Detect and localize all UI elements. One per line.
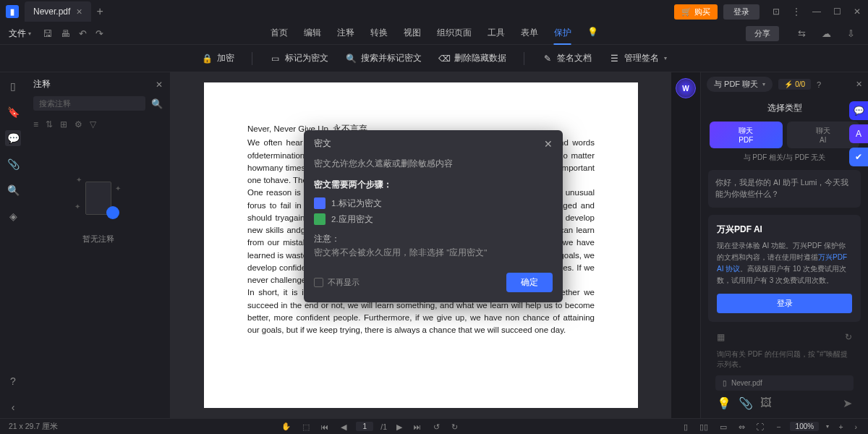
ai-panel-close-icon[interactable]: ✕	[856, 80, 862, 89]
page-number-input[interactable]	[356, 422, 373, 431]
collapse-left-icon[interactable]: ‹	[5, 399, 21, 415]
float-check-icon[interactable]: ✔	[849, 148, 868, 166]
promo-login-button[interactable]: 登录	[717, 294, 852, 313]
undo-icon[interactable]: ↶	[79, 28, 87, 39]
filter-icon[interactable]: ⊞	[60, 119, 67, 129]
cloud-upload-icon[interactable]: ☁	[822, 28, 831, 39]
ai-tab-pdf[interactable]: 聊天PDF	[710, 122, 783, 148]
export-icon[interactable]: ⇩	[847, 28, 855, 39]
collapse-right-icon[interactable]: ›	[853, 422, 860, 431]
ai-refresh-icon[interactable]: ↻	[845, 332, 852, 342]
feedback-icon[interactable]: ⊡	[771, 7, 781, 17]
attachments-icon[interactable]: 📎	[5, 156, 21, 172]
first-page-icon[interactable]: ⏮	[319, 422, 331, 431]
comments-icon[interactable]: 💬	[5, 130, 21, 146]
single-page-icon[interactable]: ▯	[681, 422, 690, 431]
search-icon[interactable]: 🔍	[5, 182, 21, 198]
buy-button[interactable]: 🛒购买	[674, 4, 718, 20]
tab-convert[interactable]: 转换	[370, 22, 388, 45]
select-tool-icon[interactable]: ⬚	[300, 422, 312, 431]
credits-chip[interactable]: ⚡0/0	[778, 79, 811, 90]
ai-hint: 询问有关 PDF 的任何问题，按 "#"唤醒提示列表。	[708, 346, 861, 375]
next-page-icon[interactable]: ▶	[394, 422, 404, 431]
zoom-input[interactable]	[790, 422, 819, 431]
prev-page-icon[interactable]: ◀	[339, 422, 349, 431]
tab-lightbulb-icon[interactable]: 💡	[587, 22, 598, 45]
ai-attach-icon[interactable]: 📎	[739, 396, 753, 410]
ai-avatar-column: W	[671, 72, 700, 418]
zoom-out-icon[interactable]: −	[774, 422, 783, 431]
ai-help-icon[interactable]: ?	[817, 80, 821, 89]
ai-context-file[interactable]: ▯Never.pdf	[715, 375, 854, 391]
sign-doc-button[interactable]: ✎签名文档	[542, 52, 592, 64]
rotate-left-icon[interactable]: ↺	[431, 422, 442, 431]
tab-tools[interactable]: 工具	[488, 22, 505, 45]
file-menu[interactable]: 文件▾	[9, 27, 31, 40]
tab-forms[interactable]: 表单	[521, 22, 538, 45]
list-view-icon[interactable]: ≡	[33, 119, 38, 129]
search-redaction-button[interactable]: 🔍搜索并标记密文	[346, 52, 422, 64]
print-icon[interactable]: 🖶	[61, 28, 70, 39]
layers-icon[interactable]: ◈	[5, 208, 21, 224]
thumbnails-icon[interactable]: ▯	[5, 78, 21, 94]
cart-icon: 🛒	[681, 7, 692, 17]
tab-edit[interactable]: 编辑	[304, 22, 321, 45]
close-tab-icon[interactable]: ×	[76, 6, 82, 17]
tab-protect[interactable]: 保护	[554, 22, 571, 45]
funnel-icon[interactable]: ▽	[90, 119, 96, 129]
hand-tool-icon[interactable]: ✋	[279, 422, 293, 431]
signature-icon: ✎	[542, 53, 553, 64]
sitemap-icon[interactable]: ⇆	[798, 28, 806, 39]
encrypt-button[interactable]: 🔒加密	[202, 52, 234, 64]
app-icon: ▮	[6, 5, 19, 18]
ai-tool-icon[interactable]: ▦	[717, 332, 725, 342]
mark-redaction-button[interactable]: ▭标记为密文	[270, 52, 328, 64]
last-page-icon[interactable]: ⏭	[412, 422, 424, 431]
ai-send-icon[interactable]: ➤	[843, 396, 852, 410]
bolt-icon: ⚡	[784, 80, 793, 88]
continuous-icon[interactable]: ▯▯	[697, 422, 710, 431]
kebab-icon[interactable]: ⋮	[791, 7, 801, 17]
tab-home[interactable]: 首页	[271, 22, 288, 45]
ai-tab-ai[interactable]: 聊天AI	[787, 122, 860, 148]
window-close-icon[interactable]: ✕	[852, 7, 862, 17]
sign-doc-label: 签名文档	[557, 52, 592, 64]
redo-icon[interactable]: ↷	[95, 28, 103, 39]
doc-body: We often hear people say, "Never give up…	[247, 137, 595, 336]
tab-annotate[interactable]: 注释	[337, 22, 354, 45]
float-a-icon[interactable]: A	[849, 124, 868, 143]
manage-sign-label: 管理签名	[624, 52, 659, 64]
ai-avatar-icon[interactable]: W	[676, 78, 696, 98]
document-tab[interactable]: Never.pdf ×	[25, 1, 91, 22]
bookmarks-icon[interactable]: 🔖	[5, 104, 21, 120]
minimize-icon[interactable]: —	[812, 7, 822, 17]
save-icon[interactable]: 🖫	[43, 28, 52, 39]
rotate-right-icon[interactable]: ↻	[449, 422, 460, 431]
fit-width-icon[interactable]: ⇔	[736, 422, 747, 431]
fullscreen-icon[interactable]: ⛶	[754, 422, 767, 431]
help-icon[interactable]: ?	[5, 373, 21, 389]
manage-sign-icon: ☰	[609, 53, 621, 64]
document-viewport[interactable]: Never, Never Give Up 永不言弃 We often hear …	[171, 72, 671, 418]
maximize-icon[interactable]: ☐	[832, 7, 842, 17]
panel-close-icon[interactable]: ✕	[156, 80, 163, 90]
tab-organize[interactable]: 组织页面	[437, 22, 472, 45]
annotation-search-input[interactable]	[33, 96, 145, 111]
share-button[interactable]: 分享	[746, 26, 779, 41]
delete-hidden-button[interactable]: ⌫删除隐藏数据	[439, 52, 506, 64]
search-icon[interactable]: 🔍	[151, 98, 163, 109]
doc-title-zh: 永不言弃	[333, 124, 367, 133]
login-button[interactable]: 登录	[723, 4, 760, 20]
zoom-in-icon[interactable]: +	[836, 422, 845, 431]
ai-image-icon[interactable]: 🖼	[760, 396, 772, 410]
ai-mode-select[interactable]: 与 PDF 聊天▾	[707, 77, 773, 92]
manage-sign-button[interactable]: ☰管理签名▾	[609, 52, 667, 64]
file-icon: ▯	[723, 379, 727, 387]
sort-icon[interactable]: ⇅	[46, 119, 53, 129]
tab-view[interactable]: 视图	[404, 22, 421, 45]
ai-idea-icon[interactable]: 💡	[717, 396, 731, 410]
new-tab-button[interactable]: +	[97, 5, 103, 18]
float-chat-icon[interactable]: 💬	[849, 101, 868, 120]
two-page-icon[interactable]: ▭	[718, 422, 729, 431]
options-icon[interactable]: ⚙	[75, 119, 82, 129]
